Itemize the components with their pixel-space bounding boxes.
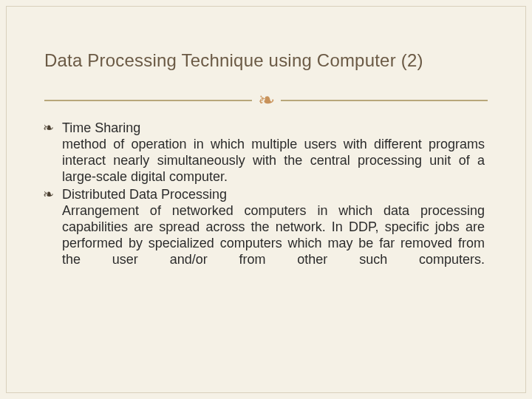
- bullet-flourish-icon: ❧: [43, 120, 54, 136]
- divider-line-right: [281, 100, 488, 101]
- slide-content: Data Processing Technique using Computer…: [0, 0, 532, 269]
- bullet-body: Arrangement of networked computers in wh…: [62, 202, 485, 267]
- flourish-icon: ❧: [252, 90, 281, 111]
- list-item: ❧ Distributed Data Processing Arrangemen…: [62, 186, 485, 267]
- divider-line-left: [44, 100, 252, 101]
- title-divider: ❧: [44, 92, 488, 109]
- bullet-flourish-icon: ❧: [43, 186, 54, 202]
- slide: Data Processing Technique using Computer…: [0, 0, 532, 399]
- list-item: ❧ Time Sharing method of operation in wh…: [62, 120, 485, 185]
- bullet-heading: Distributed Data Processing: [62, 186, 485, 202]
- bullet-list: ❧ Time Sharing method of operation in wh…: [44, 120, 488, 267]
- slide-title: Data Processing Technique using Computer…: [44, 50, 488, 71]
- bullet-body: method of operation in which multiple us…: [62, 136, 485, 185]
- bullet-heading: Time Sharing: [62, 120, 485, 136]
